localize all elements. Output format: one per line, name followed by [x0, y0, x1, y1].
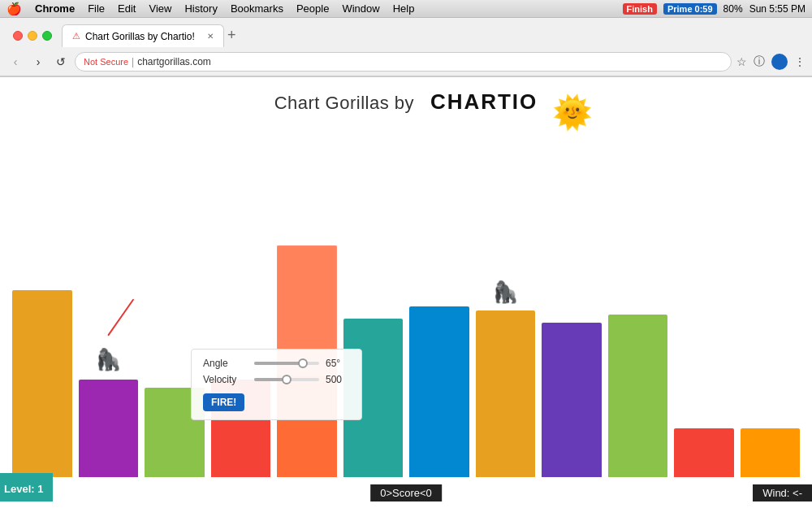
bar-7	[409, 306, 469, 477]
bar-1	[12, 290, 72, 477]
url-display: chartgorillas.com	[137, 56, 211, 67]
tab-title: Chart Gorillas by Chartio!	[85, 31, 195, 42]
back-button[interactable]: ‹	[6, 53, 24, 71]
finish-badge: Finish	[623, 3, 657, 15]
bookmarks-menu[interactable]: Bookmarks	[231, 2, 283, 15]
angle-label: Angle	[203, 358, 248, 369]
wind-badge: Wind: <-	[753, 484, 812, 501]
clock: Sun 5:55 PM	[749, 3, 806, 15]
close-window-button[interactable]	[13, 31, 23, 41]
refresh-button[interactable]: ↺	[52, 53, 70, 71]
people-menu[interactable]: People	[296, 2, 329, 15]
browser-menu-icon[interactable]: ⋮	[794, 55, 806, 68]
apple-menu[interactable]: 🍎	[6, 2, 22, 16]
bar-8: 🦍	[476, 310, 536, 477]
window-menu[interactable]: Window	[342, 2, 379, 15]
angle-control-row: Angle 65°	[203, 358, 350, 369]
aim-line	[107, 298, 134, 336]
page-header: Chart Gorillas by CHARTIO	[0, 77, 812, 119]
velocity-label: Velocity	[203, 374, 248, 385]
bar-10	[608, 315, 668, 477]
menubar-right: Finish Prime 0:59 80% Sun 5:55 PM	[623, 3, 806, 15]
chrome-menu[interactable]: Chrome	[35, 2, 75, 15]
score-badge: 0>Score<0	[370, 484, 442, 501]
fullscreen-window-button[interactable]	[42, 31, 52, 41]
minimize-window-button[interactable]	[28, 31, 37, 41]
history-menu[interactable]: History	[184, 2, 217, 15]
new-tab-button[interactable]: +	[224, 27, 240, 47]
angle-value: 65°	[326, 358, 350, 369]
velocity-slider[interactable]	[254, 378, 319, 381]
file-menu[interactable]: File	[88, 2, 105, 15]
gorilla-player1: 🦍	[95, 347, 121, 372]
score-overlay: 0>Score<0	[370, 484, 442, 501]
bar-2: 🦍	[79, 380, 139, 477]
chartio-logo: CHARTIO	[430, 89, 538, 114]
control-panel: Angle 65° Velocity 500 FIRE!	[191, 349, 362, 420]
prime-badge: Prime 0:59	[663, 3, 717, 15]
velocity-control-row: Velocity 500	[203, 374, 350, 385]
edit-menu[interactable]: Edit	[118, 2, 136, 15]
page-content: Chart Gorillas by CHARTIO 🌞 🦍	[0, 77, 812, 508]
fire-button[interactable]: FIRE!	[203, 393, 244, 411]
bar-12	[741, 428, 801, 477]
velocity-value: 500	[326, 374, 350, 385]
bar-11	[674, 428, 734, 477]
view-menu[interactable]: View	[149, 2, 171, 15]
gorilla-player2: 🦍	[492, 280, 518, 305]
tab-close-button[interactable]: ✕	[207, 32, 214, 41]
help-menu[interactable]: Help	[393, 2, 415, 15]
battery-label: 80%	[723, 3, 743, 15]
tab-bar: ⚠ Chart Gorillas by Chartio! ✕ +	[0, 18, 812, 47]
game-area: 🦍 🦍	[0, 119, 812, 501]
browser-chrome: ⚠ Chart Gorillas by Chartio! ✕ + ‹ › ↺ N…	[0, 18, 812, 77]
mac-menubar: 🍎 Chrome File Edit View History Bookmark…	[0, 0, 812, 18]
url-separator: |	[132, 56, 134, 67]
bookmark-star-icon[interactable]: ☆	[736, 55, 747, 68]
angle-slider[interactable]	[254, 362, 319, 365]
traffic-lights	[6, 31, 58, 47]
level-label: Level: 1	[4, 483, 43, 495]
nav-action-icons: ☆ ⓘ ⋮	[736, 54, 806, 70]
bars-container: 🦍 🦍	[0, 136, 812, 477]
level-tile: Level: 1	[0, 473, 53, 501]
not-secure-indicator: Not Secure	[84, 57, 128, 67]
bar-9	[542, 323, 602, 477]
active-tab[interactable]: ⚠ Chart Gorillas by Chartio! ✕	[62, 24, 224, 47]
address-bar[interactable]: Not Secure | chartgorillas.com	[75, 52, 732, 72]
user-avatar[interactable]	[771, 54, 788, 70]
nav-bar: ‹ › ↺ Not Secure | chartgorillas.com ☆ ⓘ…	[0, 47, 812, 76]
forward-button[interactable]: ›	[29, 53, 47, 71]
page-info-icon[interactable]: ⓘ	[754, 54, 765, 69]
tab-favicon: ⚠	[72, 31, 80, 41]
header-prefix: Chart Gorillas by	[274, 93, 414, 113]
tab-strip: ⚠ Chart Gorillas by Chartio! ✕ +	[62, 24, 806, 47]
